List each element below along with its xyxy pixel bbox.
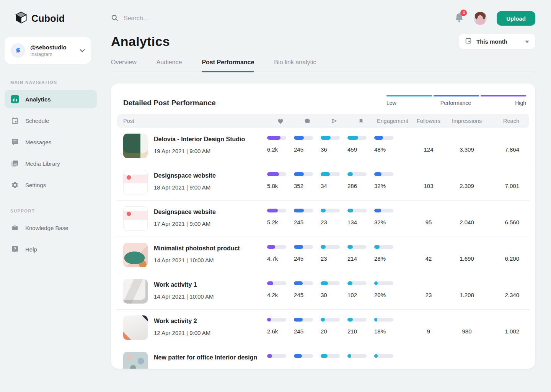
performance-bar <box>374 245 393 249</box>
post-date: 17 Apr 2021 | 9:00 AM <box>154 220 216 227</box>
performance-bar <box>267 245 286 249</box>
column-post: Post <box>123 118 267 124</box>
upload-button[interactable]: Upload <box>497 11 535 26</box>
performance-bar <box>347 136 367 140</box>
table-body: Delovia - Interior Design Studio 19 Apr … <box>117 128 529 369</box>
bar-chart-icon <box>11 95 19 103</box>
period-label: This month <box>476 38 520 45</box>
tab-bio-link-analytic[interactable]: Bio link analytic <box>274 59 316 72</box>
metric-cell: 4.7k <box>267 237 294 273</box>
metric-value: 30 <box>321 292 347 298</box>
followers-value <box>411 346 446 369</box>
metric-cell <box>294 346 321 369</box>
performance-bar <box>294 318 313 322</box>
table-row[interactable]: Delovia - Interior Design Studio 19 Apr … <box>117 128 529 164</box>
post-thumbnail <box>123 352 148 369</box>
sidebar-item-knowledge-base[interactable]: Knowledge Base <box>5 219 97 237</box>
send-icon <box>321 118 347 124</box>
performance-bar <box>321 136 340 140</box>
sidebar-item-analytics[interactable]: Analytics <box>5 90 97 108</box>
sidebar-item-label: Help <box>25 246 37 253</box>
performance-bar <box>321 209 340 212</box>
impressions-value: 1.208 <box>446 273 487 309</box>
metric-cell: 459 <box>347 128 374 164</box>
metric-value: 459 <box>347 146 374 153</box>
performance-bar <box>374 354 393 358</box>
table-row[interactable]: Work activity 1 14 Apr 2021 | 10:00 AM 4… <box>117 273 529 310</box>
performance-bar <box>374 172 393 176</box>
metric-cell: 352 <box>294 164 321 200</box>
followers-value: 103 <box>411 164 446 200</box>
impressions-value: 2.040 <box>446 201 487 237</box>
metric-cell: 245 <box>294 310 321 346</box>
metric-value: 214 <box>347 255 374 262</box>
sidebar-item-help[interactable]: ? Help <box>5 240 97 258</box>
search-input[interactable] <box>124 15 238 22</box>
reach-value: 6.560 <box>487 201 524 237</box>
topbar: Cuboid 4 Upload <box>0 0 551 37</box>
followers-value: 124 <box>411 128 446 164</box>
performance-bar <box>294 281 313 285</box>
table-row[interactable]: New patter for office Interior design <box>117 346 529 369</box>
table-row[interactable]: Minimalist photoshot product 14 Apr 2021… <box>117 237 529 273</box>
legend-high-label: High <box>515 100 526 106</box>
chat-icon <box>11 138 19 146</box>
user-avatar[interactable] <box>474 12 487 25</box>
metric-value: 102 <box>347 292 374 298</box>
tab-overview[interactable]: Overview <box>111 59 137 72</box>
post-title: Minimalist photoshot product <box>154 245 240 252</box>
svg-text:?: ? <box>14 247 16 251</box>
reach-value: 2.340 <box>487 273 524 309</box>
performance-bar <box>321 281 340 285</box>
table-row[interactable]: Work activity 2 12 Apr 2021 | 9:00 AM 2.… <box>117 310 529 346</box>
sidebar-item-schedule[interactable]: Schedule <box>5 111 97 130</box>
followers-value: 95 <box>411 201 446 237</box>
metric-value: 23 <box>321 219 347 225</box>
sidebar-item-settings[interactable]: Settings <box>5 176 97 194</box>
caret-down-icon <box>525 38 529 45</box>
table-row[interactable]: Designspace website 17 Apr 2021 | 9:00 A… <box>117 201 529 237</box>
table-row[interactable]: Designspace website 18 Apr 2021 | 9:00 A… <box>117 164 529 201</box>
post-date: 18 Apr 2021 | 9:00 AM <box>154 184 216 191</box>
period-selector[interactable]: This month <box>459 34 535 49</box>
metric-cell: 6.2k <box>267 128 294 164</box>
metric-cell: 5.8k <box>267 164 294 200</box>
column-engagement: Engagement <box>374 118 411 124</box>
account-selector[interactable]: @sebostudio Instagram <box>5 37 91 64</box>
tab-audience[interactable]: Audience <box>156 59 182 72</box>
metric-value: 245 <box>294 219 321 225</box>
metric-cell: 20 <box>321 310 347 346</box>
metric-value: 245 <box>294 328 321 335</box>
brand-name: Cuboid <box>31 13 65 24</box>
column-reach: Reach <box>487 118 524 124</box>
metric-value: 352 <box>294 183 321 189</box>
performance-bar <box>321 354 340 358</box>
post-date: 14 Apr 2021 | 10:00 AM <box>154 293 214 300</box>
followers-value: 9 <box>411 310 446 346</box>
post-title: Work activity 2 <box>154 318 210 325</box>
sidebar-item-media-library[interactable]: Media Library <box>5 154 97 173</box>
performance-bar <box>267 318 286 322</box>
reach-value: 7.001 <box>487 164 524 200</box>
performance-bar <box>374 318 393 322</box>
metric-value: 134 <box>347 219 374 225</box>
performance-legend: Low Performance High <box>386 95 526 106</box>
metric-cell: 5.2k <box>267 201 294 237</box>
metric-cell: 210 <box>347 310 374 346</box>
metric-value: 32% <box>374 183 411 189</box>
notification-badge: 4 <box>460 10 467 16</box>
metric-cell: 28% <box>374 237 411 273</box>
post-thumbnail <box>123 315 148 340</box>
tab-post-performance[interactable]: Post Performance <box>202 59 254 72</box>
metric-value: 286 <box>347 183 374 189</box>
support-label: SUPPORT <box>10 209 101 213</box>
post-thumbnail <box>123 206 148 231</box>
sidebar-item-label: Schedule <box>25 118 49 124</box>
performance-bar <box>267 172 286 176</box>
metric-cell: 20% <box>374 273 411 309</box>
cuboid-logo-icon <box>15 11 27 25</box>
post-date: 19 Apr 2021 | 9:00 AM <box>154 148 245 154</box>
sidebar-item-messages[interactable]: Messages <box>5 133 97 151</box>
performance-bar <box>374 209 393 212</box>
notifications-button[interactable]: 4 <box>455 13 464 24</box>
